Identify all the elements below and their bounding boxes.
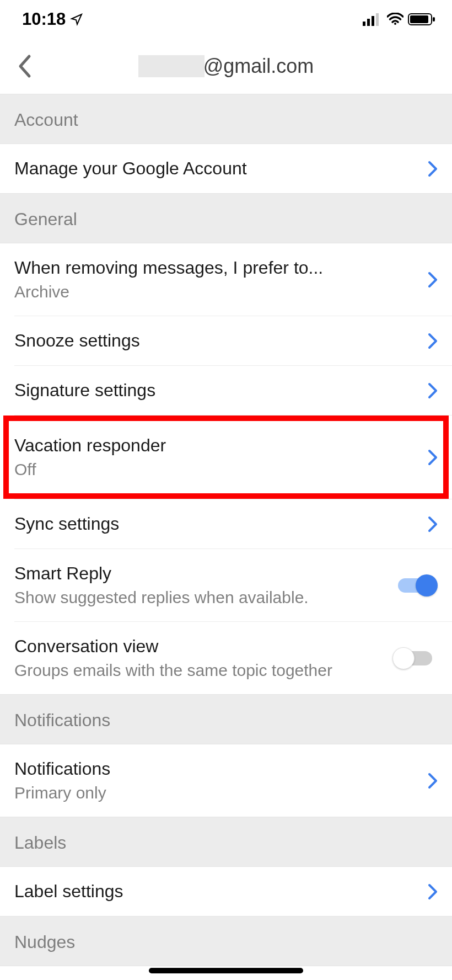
section-header-labels: Labels — [0, 817, 452, 867]
status-indicators — [363, 13, 435, 26]
nav-header: @gmail.com — [0, 39, 452, 94]
toggle-smart-reply[interactable] — [395, 574, 435, 596]
chevron-right-icon — [428, 161, 438, 177]
row-manage-account-title: Manage your Google Account — [14, 158, 421, 179]
svg-rect-0 — [363, 22, 365, 26]
location-icon — [70, 13, 83, 26]
row-remove-pref-title: When removing messages, I prefer to... — [14, 258, 421, 278]
home-indicator — [149, 968, 303, 973]
row-smart-reply-sub: Show suggested replies when available. — [14, 588, 395, 607]
svg-rect-3 — [376, 13, 379, 26]
section-header-general: General — [0, 193, 452, 243]
row-label-settings-title: Label settings — [14, 881, 421, 902]
row-conversation-sub: Groups emails with the same topic togeth… — [14, 661, 395, 680]
row-conversation-view[interactable]: Conversation view Groups emails with the… — [0, 622, 452, 694]
svg-rect-1 — [367, 19, 370, 26]
row-vacation-sub: Off — [14, 460, 421, 479]
status-time-text: 10:18 — [22, 9, 66, 29]
section-header-notifications: Notifications — [0, 694, 452, 744]
row-remove-pref[interactable]: When removing messages, I prefer to... A… — [0, 243, 452, 316]
chevron-left-icon — [17, 54, 33, 78]
status-time: 10:18 — [22, 9, 83, 29]
section-header-nudges: Nudges — [0, 916, 452, 966]
row-signature-title: Signature settings — [14, 380, 421, 401]
row-label-settings[interactable]: Label settings — [0, 867, 452, 916]
row-snooze-title: Snooze settings — [14, 331, 421, 351]
nav-title: @gmail.com — [0, 55, 452, 78]
chevron-right-icon — [428, 271, 438, 288]
section-header-labels-label: Labels — [14, 833, 438, 853]
email-redacted — [138, 55, 205, 77]
section-header-general-label: General — [14, 209, 438, 230]
row-signature[interactable]: Signature settings — [0, 366, 452, 415]
toggle-conversation-view[interactable] — [395, 647, 435, 669]
section-header-account-label: Account — [14, 110, 438, 130]
row-conversation-title: Conversation view — [14, 636, 395, 657]
row-smart-reply-title: Smart Reply — [14, 563, 395, 584]
status-bar: 10:18 — [0, 0, 452, 39]
row-remove-pref-sub: Archive — [14, 283, 421, 301]
row-notifications[interactable]: Notifications Primary only — [0, 744, 452, 817]
chevron-right-icon — [428, 516, 438, 532]
svg-rect-6 — [410, 15, 428, 23]
row-notifications-title: Notifications — [14, 759, 421, 779]
section-header-notifications-label: Notifications — [14, 710, 438, 731]
svg-point-4 — [394, 23, 396, 25]
row-smart-reply[interactable]: Smart Reply Show suggested replies when … — [0, 549, 452, 621]
section-header-nudges-label: Nudges — [14, 932, 438, 952]
row-notifications-sub: Primary only — [14, 784, 421, 802]
chevron-right-icon — [428, 449, 438, 466]
row-manage-account[interactable]: Manage your Google Account — [0, 144, 452, 193]
svg-rect-7 — [433, 17, 435, 22]
row-sync-title: Sync settings — [14, 514, 421, 534]
chevron-right-icon — [428, 333, 438, 349]
row-snooze[interactable]: Snooze settings — [0, 316, 452, 365]
cellular-icon — [363, 13, 383, 26]
back-button[interactable] — [11, 50, 39, 83]
row-vacation-wrap: Vacation responder Off — [0, 416, 452, 499]
chevron-right-icon — [428, 883, 438, 900]
chevron-right-icon — [428, 382, 438, 399]
row-sync[interactable]: Sync settings — [0, 499, 452, 548]
row-vacation[interactable]: Vacation responder Off — [0, 416, 452, 499]
row-vacation-title: Vacation responder — [14, 435, 421, 456]
svg-rect-2 — [372, 16, 374, 26]
wifi-icon — [387, 13, 403, 26]
battery-icon — [408, 13, 435, 26]
chevron-right-icon — [428, 773, 438, 789]
section-header-account: Account — [0, 94, 452, 144]
email-domain: @gmail.com — [203, 55, 314, 78]
